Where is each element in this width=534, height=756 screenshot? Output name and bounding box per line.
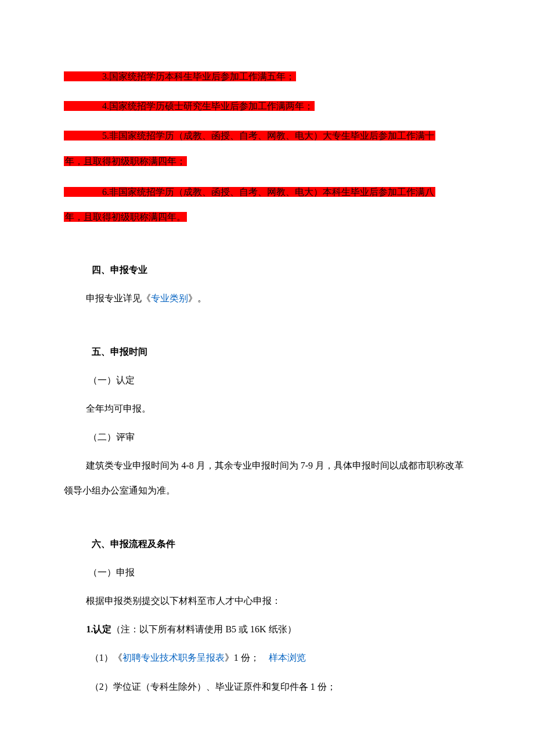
section-6-item1-bold: 1.认定 bbox=[86, 624, 111, 634]
item1-1-mid: 》1 份； bbox=[225, 653, 259, 663]
section-6-sub1: （一）申报 bbox=[64, 560, 470, 585]
section-4-text: 申报专业详见《专业类别》。 bbox=[64, 286, 470, 311]
section-4-heading: 四、申报专业 bbox=[64, 257, 470, 282]
section-6-item1: 1.认定（注：以下所有材料请使用 B5 或 16K 纸张） bbox=[64, 617, 470, 642]
section-6-item1-1: （1）《初聘专业技术职务呈报表》1 份； 样本浏览 bbox=[64, 645, 470, 670]
highlighted-text: 3.国家统招学历本科生毕业后参加工作满五年； bbox=[102, 71, 295, 81]
section-5-sub1: （一）认定 bbox=[64, 368, 470, 393]
section-4-prefix: 申报专业详见《 bbox=[86, 293, 151, 303]
highlighted-item-6: 6.非国家统招学历（成教、函授、自考、网教、电大）本科生毕业后参加工作满八 年，… bbox=[64, 179, 470, 229]
section-6-item1-rest: （注：以下所有材料请使用 B5 或 16K 纸张） bbox=[111, 624, 296, 634]
section-5-sub2: （二）评审 bbox=[64, 424, 470, 449]
form-link[interactable]: 初聘专业技术职务呈报表 bbox=[122, 653, 225, 663]
section-5-sub1-text: 全年均可申报。 bbox=[64, 396, 470, 421]
section-4-suffix: 》。 bbox=[188, 293, 207, 303]
highlighted-item-4: 4.国家统招学历硕士研究生毕业后参加工作满两年； bbox=[64, 93, 470, 118]
highlighted-text-b: 年，且取得初级职称满四年； bbox=[65, 156, 186, 166]
highlighted-text-b: 年，且取得初级职称满四年。 bbox=[65, 212, 186, 222]
professional-category-link[interactable]: 专业类别 bbox=[151, 293, 188, 303]
section-5-sub2-text: 建筑类专业申报时间为 4-8 月，其余专业申报时间为 7-9 月，具体申报时间以… bbox=[64, 453, 470, 503]
highlighted-item-3: 3.国家统招学历本科生毕业后参加工作满五年； bbox=[64, 64, 470, 89]
section-6-sub1-text: 根据申报类别提交以下材料至市人才中心申报： bbox=[64, 588, 470, 613]
highlighted-text: 4.国家统招学历硕士研究生毕业后参加工作满两年； bbox=[102, 101, 313, 111]
section-6-heading: 六、申报流程及条件 bbox=[64, 531, 470, 556]
section-6-item1-2: （2）学位证（专科生除外）、毕业证原件和复印件各 1 份； bbox=[64, 674, 470, 699]
highlighted-text-a: 5.非国家统招学历（成教、函授、自考、网教、电大）大专生毕业后参加工作满十 bbox=[102, 131, 434, 141]
section-5-heading: 五、申报时间 bbox=[64, 339, 470, 364]
highlighted-item-5: 5.非国家统招学历（成教、函授、自考、网教、电大）大专生毕业后参加工作满十 年，… bbox=[64, 123, 470, 173]
item1-1-prefix: （1）《 bbox=[90, 653, 122, 663]
highlighted-text-a: 6.非国家统招学历（成教、函授、自考、网教、电大）本科生毕业后参加工作满八 bbox=[102, 187, 434, 197]
sample-preview-link[interactable]: 样本浏览 bbox=[269, 653, 306, 663]
